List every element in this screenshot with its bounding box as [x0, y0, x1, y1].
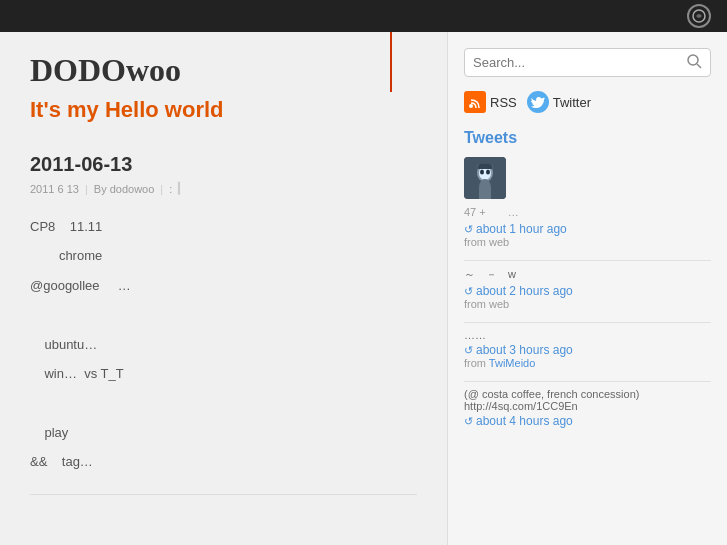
avatar-inner — [464, 157, 506, 199]
tweet-item-3: …… about 3 hours ago from TwiMeido — [464, 329, 711, 369]
tweets-title: Tweets — [464, 129, 711, 147]
svg-point-8 — [486, 170, 490, 175]
sidebar: RSS Twitter Tweets — [447, 32, 727, 545]
tweet-divider-3 — [464, 381, 711, 382]
rss-icon — [464, 91, 486, 113]
post-line-3: @googollee … — [30, 274, 417, 297]
rss-label: RSS — [490, 95, 517, 110]
tweet-1-from: from web — [464, 236, 711, 248]
search-button[interactable] — [686, 53, 702, 72]
main-container: DODOwoo It's my Hello world 2011-06-13 2… — [0, 32, 727, 545]
tweet-1-stats: 47 + … — [464, 205, 711, 220]
svg-point-3 — [469, 104, 473, 108]
post-content: CP8 11.11 chrome @googollee … ubuntu… wi… — [30, 215, 417, 474]
post-line-6: win… vs T_T — [30, 362, 417, 385]
red-divider — [390, 32, 392, 92]
tweet-3-from-link[interactable]: TwiMeido — [489, 357, 535, 369]
post-line-4 — [30, 303, 417, 326]
svg-line-2 — [697, 64, 701, 68]
post-line-9: && tag… — [30, 450, 417, 473]
post-meta-sep2: | — [160, 183, 163, 195]
post-meta-extra: : — [169, 183, 172, 195]
twitter-link[interactable]: Twitter — [527, 91, 591, 113]
post-meta-author: By dodowoo — [94, 183, 155, 195]
search-input[interactable] — [473, 55, 686, 70]
svg-point-7 — [480, 170, 484, 175]
top-bar — [0, 0, 727, 32]
settings-icon[interactable] — [687, 4, 711, 28]
tweet-item-4: (@ costa coffee, french concession) http… — [464, 388, 711, 428]
content-area: DODOwoo It's my Hello world 2011-06-13 2… — [0, 32, 447, 545]
tweet-2-time[interactable]: about 2 hours ago — [464, 284, 711, 298]
search-box — [464, 48, 711, 77]
social-links: RSS Twitter — [464, 91, 711, 113]
tweet-2-text: ～ － w — [464, 267, 711, 282]
post-line-2: chrome — [30, 244, 417, 267]
post-line-8: play — [30, 421, 417, 444]
tweet-item-1: 47 + … about 1 hour ago from web — [464, 205, 711, 248]
site-subtitle: It's my Hello world — [30, 97, 417, 123]
tweet-2-from: from web — [464, 298, 711, 310]
post-line-1: CP8 11.11 — [30, 215, 417, 238]
post-meta-edit: ▎ — [178, 182, 186, 195]
tweet-4-text: (@ costa coffee, french concession) http… — [464, 388, 711, 412]
post-date-heading: 2011-06-13 — [30, 153, 417, 176]
post-line-5: ubuntu… — [30, 333, 417, 356]
tweet-3-time[interactable]: about 3 hours ago — [464, 343, 711, 357]
post-meta-sep1: | — [85, 183, 88, 195]
post-meta: 2011 6 13 | By dodowoo | : ▎ — [30, 182, 417, 195]
tweet-1-time[interactable]: about 1 hour ago — [464, 222, 711, 236]
twitter-label: Twitter — [553, 95, 591, 110]
tweet-divider-1 — [464, 260, 711, 261]
tweet-item-2: ～ － w about 2 hours ago from web — [464, 267, 711, 310]
rss-link[interactable]: RSS — [464, 91, 517, 113]
search-icon — [686, 53, 702, 69]
tweet-3-text: …… — [464, 329, 711, 341]
site-title: DODOwoo — [30, 52, 417, 89]
twitter-icon — [527, 91, 549, 113]
tweet-avatar — [464, 157, 506, 199]
tweet-4-time[interactable]: about 4 hours ago — [464, 414, 711, 428]
post-footer — [30, 494, 417, 501]
tweet-divider-2 — [464, 322, 711, 323]
svg-point-1 — [688, 55, 698, 65]
tweet-3-from: from TwiMeido — [464, 357, 711, 369]
tweet-3-from-text: from — [464, 357, 486, 369]
post-meta-date: 2011 6 13 — [30, 183, 79, 195]
post-line-7 — [30, 391, 417, 414]
